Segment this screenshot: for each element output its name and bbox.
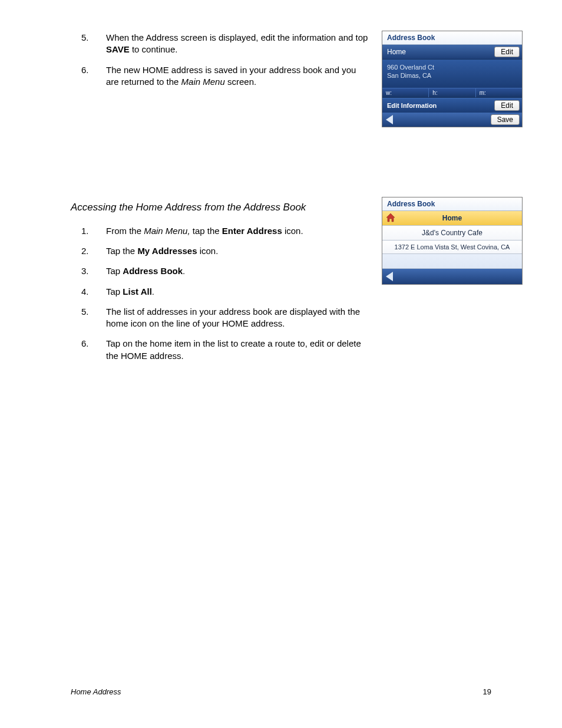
list-row-home-label: Home bbox=[442, 214, 462, 222]
home-label: Home bbox=[387, 48, 406, 56]
step-body: Tap List All. bbox=[106, 286, 369, 298]
edit-information-label: Edit Information bbox=[387, 102, 437, 109]
step-body: Tap on the home item in the list to crea… bbox=[106, 338, 369, 362]
save-button[interactable]: Save bbox=[491, 114, 520, 125]
instruction-column: 5.When the Address screen is displayed, … bbox=[81, 32, 369, 370]
list-row-address[interactable]: 1372 E Loma Vista St, West Covina, CA bbox=[382, 241, 522, 254]
step-number: 5. bbox=[81, 32, 106, 56]
home-row: Home Edit bbox=[382, 45, 522, 60]
step-number: 5. bbox=[81, 306, 106, 330]
tab-mobile[interactable]: m: bbox=[476, 88, 522, 97]
address-display: 960 Overland Ct San Dimas, CA bbox=[382, 60, 522, 88]
step-number: 3. bbox=[81, 265, 106, 277]
step-number: 6. bbox=[81, 338, 106, 362]
list-row-cafe[interactable]: J&d's Country Cafe bbox=[382, 226, 522, 241]
instruction-step: 5.The list of addresses in your address … bbox=[81, 306, 369, 330]
svg-marker-0 bbox=[386, 213, 395, 222]
tab-work[interactable]: w: bbox=[382, 88, 429, 97]
back-icon[interactable] bbox=[386, 272, 393, 281]
edit-button[interactable]: Edit bbox=[494, 47, 520, 57]
screen-title: Address Book bbox=[382, 31, 522, 45]
step-number: 1. bbox=[81, 225, 106, 237]
home-icon bbox=[386, 213, 395, 222]
instruction-step: 6.Tap on the home item in the list to cr… bbox=[81, 338, 369, 362]
step-number: 4. bbox=[81, 286, 106, 298]
instruction-step: 3.Tap Address Book. bbox=[81, 265, 369, 277]
edit-info-button[interactable]: Edit bbox=[494, 100, 520, 111]
screen-title: Address Book bbox=[382, 197, 522, 211]
list-row-address-label: 1372 E Loma Vista St, West Covina, CA bbox=[395, 243, 510, 251]
step-body: Tap Address Book. bbox=[106, 265, 369, 277]
phone-tabs: w: h: m: bbox=[382, 88, 522, 98]
section-heading: Accessing the Home Address from the Addr… bbox=[71, 201, 369, 215]
step-number: 2. bbox=[81, 245, 106, 257]
page-footer: Home Address 19 bbox=[71, 687, 491, 696]
step-body: Tap the My Addresses icon. bbox=[106, 245, 369, 257]
step-body: When the Address screen is displayed, ed… bbox=[106, 32, 369, 56]
address-line-2: San Dimas, CA bbox=[387, 71, 517, 80]
screen-footer: Save bbox=[382, 113, 522, 127]
step-number: 6. bbox=[81, 64, 106, 88]
screen-footer bbox=[382, 269, 522, 284]
screenshot-address-book-edit: Address Book Home Edit 960 Overland Ct S… bbox=[382, 31, 523, 127]
step-body: From the Main Menu, tap the Enter Addres… bbox=[106, 225, 369, 237]
step-body: The new HOME address is saved in your ad… bbox=[106, 64, 369, 88]
address-line-1: 960 Overland Ct bbox=[387, 63, 517, 71]
edit-information-row: Edit Information Edit bbox=[382, 98, 522, 113]
page-number: 19 bbox=[483, 687, 491, 696]
footer-title: Home Address bbox=[71, 687, 121, 696]
list-row-cafe-label: J&d's Country Cafe bbox=[422, 229, 482, 237]
instruction-step: 5.When the Address screen is displayed, … bbox=[81, 32, 369, 56]
instruction-step: 4.Tap List All. bbox=[81, 286, 369, 298]
instruction-step: 1.From the Main Menu, tap the Enter Addr… bbox=[81, 225, 369, 237]
list-row-empty bbox=[382, 254, 522, 269]
screenshot-address-book-list: Address Book Home J&d's Country Cafe 137… bbox=[382, 197, 523, 285]
instruction-step: 2.Tap the My Addresses icon. bbox=[81, 245, 369, 257]
tab-home[interactable]: h: bbox=[429, 88, 475, 97]
instruction-step: 6.The new HOME address is saved in your … bbox=[81, 64, 369, 88]
list-row-home[interactable]: Home bbox=[382, 211, 522, 226]
back-icon[interactable] bbox=[386, 115, 393, 124]
step-body: The list of addresses in your address bo… bbox=[106, 306, 369, 330]
